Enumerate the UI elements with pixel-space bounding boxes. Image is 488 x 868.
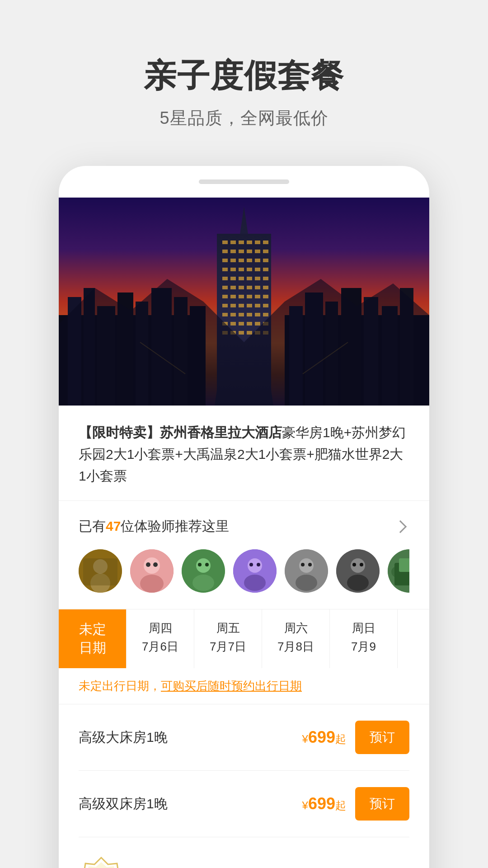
reviewers-suffix: 位体验师推荐这里	[121, 519, 229, 533]
svg-rect-30	[255, 250, 260, 253]
svg-rect-62	[222, 304, 228, 307]
svg-rect-44	[222, 277, 228, 280]
date-notice-text: 未定出行日期，可购买后随时预约出行日期	[79, 678, 409, 694]
reviewers-prefix: 已有	[79, 519, 106, 533]
room-name-2: 高级双床房1晚	[79, 795, 168, 813]
date-sat[interactable]: 周六 7月8日	[262, 609, 330, 668]
svg-rect-83	[247, 331, 252, 335]
svg-point-95	[140, 575, 164, 593]
svg-rect-60	[255, 295, 260, 298]
avatar-5	[285, 549, 328, 593]
svg-rect-20	[222, 241, 228, 244]
room-right-2: ¥699起 预订	[302, 787, 409, 821]
svg-rect-24	[255, 241, 260, 244]
svg-rect-53	[247, 286, 252, 289]
date-thu-day: 7月6日	[131, 639, 189, 655]
svg-point-111	[301, 563, 305, 566]
room-item-1: 高级大床房1晚 ¥699起 预订	[79, 704, 409, 771]
hotel-tag: 【限时特卖】苏州香格里拉大酒店	[79, 425, 282, 440]
date-selector[interactable]: 未定日期 周四 7月6日 周五 7月7日 周六 7月8日 周日 7月9	[59, 609, 429, 668]
date-notice-link[interactable]: 可购买后随时预约出行日期	[161, 679, 302, 693]
svg-rect-61	[263, 295, 268, 298]
svg-rect-78	[255, 322, 260, 326]
date-thu-label: 周四	[131, 620, 189, 636]
svg-rect-43	[263, 268, 268, 271]
svg-rect-49	[263, 277, 268, 280]
price-suffix-2: 起	[335, 799, 346, 811]
svg-rect-28	[239, 250, 244, 253]
svg-rect-38	[222, 268, 228, 271]
price-currency-1: ¥	[302, 733, 308, 745]
svg-rect-36	[255, 259, 260, 262]
price-amount-2: 699	[308, 794, 335, 813]
date-notice-prefix: 未定出行日期，	[79, 679, 161, 693]
svg-rect-77	[247, 322, 252, 326]
svg-rect-52	[239, 286, 244, 289]
book-button-1[interactable]: 预订	[355, 721, 409, 754]
svg-rect-35	[247, 259, 252, 262]
svg-rect-76	[239, 322, 244, 326]
award-section: RE Aw	[59, 837, 429, 868]
svg-rect-37	[263, 259, 268, 262]
svg-rect-42	[255, 268, 260, 271]
room-item-2: 高级双床房1晚 ¥699起 预订	[79, 771, 409, 837]
room-price-2: ¥699起	[302, 794, 346, 813]
room-price-1: ¥699起	[302, 728, 346, 747]
date-fri-label: 周五	[199, 620, 257, 636]
svg-rect-40	[239, 268, 244, 271]
date-notice: 未定出行日期，可购买后随时预约出行日期	[59, 668, 429, 704]
hotel-content: 【限时特卖】苏州香格里拉大酒店豪华房1晚+苏州梦幻乐园2大1小套票+大禹温泉2大…	[59, 406, 429, 487]
svg-point-106	[249, 563, 253, 566]
svg-rect-72	[255, 313, 260, 316]
svg-point-110	[296, 575, 317, 591]
svg-rect-48	[255, 277, 260, 280]
svg-rect-92	[83, 558, 117, 585]
svg-rect-34	[239, 259, 244, 262]
svg-rect-41	[247, 268, 252, 271]
chevron-right-icon[interactable]	[394, 520, 407, 533]
date-sun-label: 周日	[334, 620, 393, 636]
svg-rect-31	[263, 250, 268, 253]
svg-rect-68	[222, 313, 228, 316]
avatar-7	[388, 549, 409, 593]
book-button-2[interactable]: 预订	[355, 787, 409, 821]
avatar-list	[79, 549, 409, 593]
svg-rect-21	[230, 241, 236, 244]
room-name-1: 高级大床房1晚	[79, 728, 168, 747]
svg-rect-26	[222, 250, 228, 253]
svg-rect-54	[255, 286, 260, 289]
svg-rect-23	[247, 241, 252, 244]
price-amount-1: 699	[308, 728, 335, 746]
svg-rect-55	[263, 286, 268, 289]
date-fri[interactable]: 周五 7月7日	[194, 609, 262, 668]
date-thu[interactable]: 周四 7月6日	[127, 609, 194, 668]
room-right-1: ¥699起 预订	[302, 721, 409, 754]
hotel-image	[59, 198, 429, 406]
svg-rect-50	[222, 286, 228, 289]
date-undecided-label: 未定日期	[63, 620, 122, 657]
svg-rect-69	[230, 313, 236, 316]
hotel-description: 【限时特卖】苏州香格里拉大酒店豪华房1晚+苏州梦幻乐园2大1小套票+大禹温泉2大…	[79, 422, 409, 487]
date-sun[interactable]: 周日 7月9	[330, 609, 398, 668]
date-sat-day: 7月8日	[267, 639, 325, 655]
svg-rect-59	[247, 295, 252, 298]
date-sun-day: 7月9	[334, 639, 393, 655]
reviewers-section[interactable]: 已有47位体验师推荐这里	[59, 501, 429, 609]
avatar-3	[182, 549, 225, 593]
reviewers-header[interactable]: 已有47位体验师推荐这里	[79, 517, 409, 536]
svg-point-100	[192, 575, 214, 591]
svg-rect-58	[239, 295, 244, 298]
date-undecided[interactable]: 未定日期	[59, 609, 127, 668]
room-list: 高级大床房1晚 ¥699起 预订 高级双床房1晚 ¥699起 预订	[59, 704, 429, 837]
svg-point-105	[244, 575, 266, 591]
svg-rect-22	[239, 241, 244, 244]
svg-rect-33	[230, 259, 236, 262]
page-subtitle: 5星品质，全网最低价	[18, 107, 470, 130]
date-sat-label: 周六	[267, 620, 325, 636]
svg-rect-122	[399, 558, 409, 572]
svg-rect-57	[230, 295, 236, 298]
phone-container: 【限时特卖】苏州香格里拉大酒店豪华房1晚+苏州梦幻乐园2大1小套票+大禹温泉2大…	[59, 166, 429, 868]
svg-rect-82	[239, 331, 244, 335]
svg-point-117	[360, 563, 363, 566]
svg-rect-56	[222, 295, 228, 298]
